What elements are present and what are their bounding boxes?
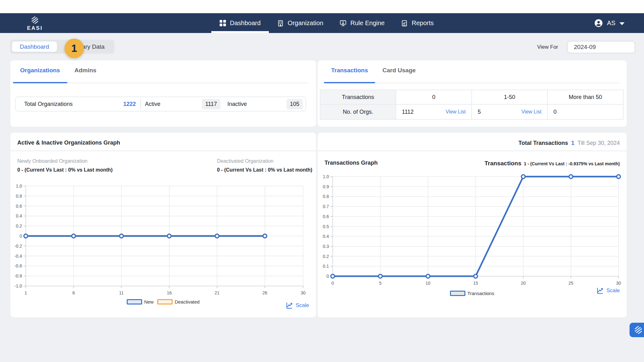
floating-brand-button[interactable]: [630, 323, 644, 337]
newly-onboarded-stat: Newly Onboarded Organization 0 - (Curren…: [17, 158, 113, 173]
view-for-input[interactable]: [567, 41, 635, 53]
svg-text:15: 15: [473, 281, 478, 286]
nav-item-dashboard[interactable]: Dashboard: [211, 13, 269, 33]
deactivated-stat: Deactivated Organization 0 - (Current Vs…: [217, 158, 312, 173]
svg-text:30: 30: [616, 281, 621, 286]
svg-text:6: 6: [72, 290, 75, 295]
table-row: No. of Orgs. 1112 View List 5 View List …: [320, 104, 623, 119]
svg-text:16: 16: [167, 290, 172, 295]
view-list-link-0[interactable]: View List: [446, 109, 466, 115]
table-cell-more-than-50: 0: [547, 104, 623, 119]
user-initials: AS: [607, 19, 615, 27]
transactions-chart-scale-link[interactable]: Scale: [596, 287, 620, 294]
toggle-dashboard[interactable]: Dashboard: [12, 41, 57, 52]
svg-text:-0.6: -0.6: [14, 263, 22, 268]
navbar: EASI Dashboard Organization: [0, 13, 644, 33]
view-for-label: View For: [537, 44, 558, 50]
transactions-graph-card: Total Transactions 1 Till Sep 30, 2024 T…: [318, 133, 627, 317]
svg-text:0: 0: [331, 281, 334, 286]
series-name: Transactions: [485, 160, 521, 167]
svg-text:11: 11: [119, 290, 124, 295]
table-header-0: 0: [396, 90, 472, 104]
svg-text:0: 0: [19, 233, 22, 239]
nav-label: Rule Engine: [350, 19, 385, 27]
svg-text:0: 0: [326, 274, 329, 279]
org-line-chart: 1.00.80.60.40.20-0.2-0.4-0.6-0.8-1.01611…: [10, 180, 316, 299]
svg-text:0.6: 0.6: [323, 214, 329, 219]
svg-text:0.2: 0.2: [16, 223, 22, 228]
series-detail: 1 - (Current Vs Last : -0.9375% vs Last …: [524, 161, 620, 166]
svg-text:20: 20: [521, 281, 526, 286]
nav-item-organization[interactable]: Organization: [269, 13, 331, 33]
active-value-badge: 1117: [202, 99, 220, 109]
org-card-tabs: Organizations Admins: [13, 60, 308, 83]
scale-label: Scale: [296, 302, 309, 309]
view-for-group: View For: [537, 41, 635, 53]
svg-text:0.1: 0.1: [323, 264, 329, 269]
org-chart-legend: New Deactivated: [10, 299, 316, 304]
svg-text:1.0: 1.0: [16, 184, 22, 189]
org-chart-scale-link[interactable]: Scale: [286, 302, 309, 309]
total-transactions-label: Total Transactions: [519, 140, 568, 146]
svg-text:30: 30: [301, 290, 306, 295]
main-nav: Dashboard Organization Rule Engine: [211, 13, 442, 33]
svg-text:0.8: 0.8: [323, 194, 329, 199]
orgs-count-1-50: 5: [478, 109, 481, 115]
tab-organizations[interactable]: Organizations: [13, 60, 67, 83]
easi-hexagon-icon: [634, 326, 643, 334]
transactions-card-tabs: Transactions Card Usage: [324, 60, 619, 83]
active-label: Active: [145, 101, 160, 107]
table-header-1-50: 1-50: [472, 90, 547, 104]
legend-label: Deactivated: [175, 299, 199, 304]
user-menu[interactable]: AS: [594, 13, 625, 33]
transactions-table: Transactions 0 1-50 More than 50 No. of …: [320, 90, 624, 120]
divider: [10, 151, 316, 151]
nav-label: Organization: [288, 19, 323, 27]
legend-item-deactivated: Deactivated: [157, 299, 199, 304]
svg-text:1.0: 1.0: [323, 174, 329, 179]
svg-text:0.6: 0.6: [16, 204, 22, 209]
svg-text:0.7: 0.7: [323, 204, 329, 209]
legend-swatch-deactivated: [157, 299, 173, 304]
table-cell-1-50: 5 View List: [472, 104, 547, 119]
transactions-series-heading: Transactions 1 - (Current Vs Last : -0.9…: [485, 160, 620, 167]
tab-card-usage[interactable]: Card Usage: [375, 60, 423, 83]
total-transactions-till: Till Sep 30, 2024: [578, 140, 620, 146]
table-row-label: No. of Orgs.: [320, 104, 396, 119]
browser-top-strip: [0, 0, 644, 13]
legend-item-transactions: Transactions: [450, 291, 494, 296]
transactions-graph-title: Transactions Graph: [325, 160, 378, 166]
workstation-icon: [340, 20, 347, 27]
svg-text:0.8: 0.8: [16, 194, 22, 199]
svg-text:5: 5: [379, 281, 382, 286]
svg-text:0.5: 0.5: [323, 224, 329, 229]
nav-item-reports[interactable]: Reports: [393, 13, 442, 33]
report-icon: [401, 20, 408, 27]
svg-text:21: 21: [214, 290, 219, 295]
legend-item-new: New: [127, 299, 153, 304]
total-organizations-value[interactable]: 1222: [123, 101, 136, 107]
org-graph-title: Active & Inactive Organizations Graph: [17, 140, 120, 146]
svg-text:25: 25: [569, 281, 574, 286]
legend-label: New: [144, 299, 153, 304]
transactions-chart-legend: Transactions: [318, 291, 627, 296]
scale-label: Scale: [606, 288, 620, 294]
svg-text:0.2: 0.2: [323, 254, 329, 259]
orgs-count-0: 1112: [402, 109, 414, 115]
stat-label: Newly Onboarded Organization: [17, 158, 113, 164]
table-row: Transactions 0 1-50 More than 50: [320, 90, 623, 104]
total-transactions-header: Total Transactions 1 Till Sep 30, 2024: [519, 140, 620, 146]
transactions-card: Transactions Card Usage Transactions 0 1…: [318, 60, 627, 127]
inactive-label: Inactive: [227, 101, 247, 107]
brand-logo[interactable]: EASI: [27, 16, 43, 31]
svg-text:0.9: 0.9: [323, 184, 329, 189]
nav-item-rule-engine[interactable]: Rule Engine: [331, 13, 393, 33]
tab-transactions[interactable]: Transactions: [324, 60, 375, 83]
svg-text:0.4: 0.4: [16, 213, 22, 218]
scale-chart-icon: [596, 287, 604, 294]
transactions-line-chart: 1.00.90.80.70.60.50.40.30.20.10051015202…: [318, 170, 627, 290]
view-list-link-1-50[interactable]: View List: [521, 109, 541, 115]
building-icon: [277, 20, 284, 27]
nav-label: Reports: [412, 19, 434, 27]
tab-admins[interactable]: Admins: [67, 60, 104, 83]
